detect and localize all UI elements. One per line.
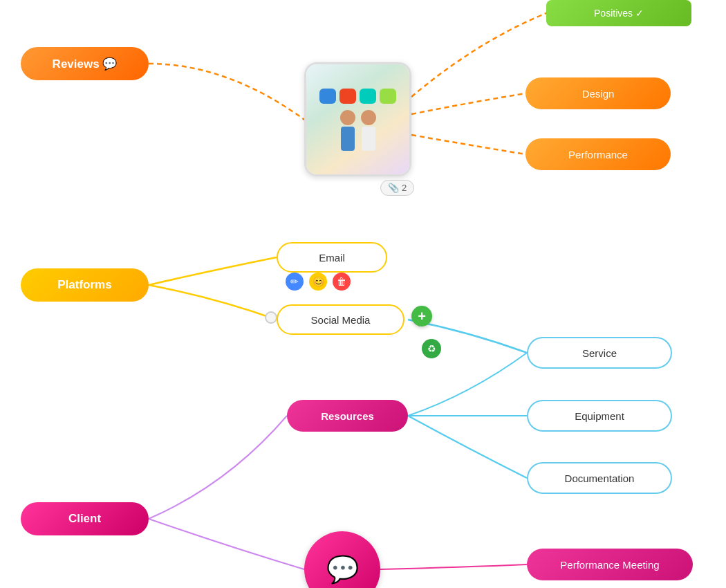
image-placeholder	[306, 64, 409, 174]
node-performance-meeting[interactable]: Performance Meeting	[527, 549, 693, 580]
node-performance-top[interactable]: Performance	[525, 138, 671, 170]
node-service-label: Service	[582, 347, 617, 359]
center-image-node[interactable]	[304, 62, 411, 176]
add-node-button[interactable]: +	[411, 306, 432, 327]
person-body-1	[341, 127, 355, 151]
edit-button[interactable]: ✏	[286, 273, 304, 291]
node-platforms-label: Platforms	[57, 278, 111, 292]
chat-circle-node[interactable]: 💬	[304, 531, 380, 588]
emoji-button[interactable]: 😊	[309, 273, 327, 291]
node-design-label: Design	[582, 88, 615, 100]
node-positives[interactable]: Positives ✓	[546, 0, 691, 26]
node-documentation[interactable]: Documentation	[527, 462, 672, 494]
node-performance-meeting-label: Performance Meeting	[560, 559, 659, 571]
node-email-label: Email	[319, 252, 345, 264]
person-1	[340, 110, 355, 151]
node-reviews-label: Reviews 💬	[53, 57, 118, 71]
attachment-count: 2	[402, 183, 407, 193]
node-equipment[interactable]: Equipment	[527, 400, 672, 432]
node-design[interactable]: Design	[525, 77, 671, 109]
node-performance-top-label: Performance	[568, 149, 628, 160]
node-resources[interactable]: Resources	[287, 400, 408, 432]
person-head-1	[340, 110, 355, 125]
node-social-media[interactable]: Social Media	[277, 304, 404, 335]
bubble-red	[339, 89, 356, 104]
attachment-badge[interactable]: 📎 2	[380, 180, 414, 196]
bubble-green	[380, 89, 396, 104]
chat-icon: 💬	[326, 554, 359, 585]
node-equipment-label: Equipment	[575, 410, 624, 422]
node-reviews[interactable]: Reviews 💬	[21, 47, 149, 80]
node-resources-label: Resources	[321, 410, 374, 422]
node-platforms[interactable]: Platforms	[21, 268, 149, 302]
node-client-label: Client	[68, 512, 101, 526]
node-social-media-label: Social Media	[311, 314, 371, 326]
refresh-button[interactable]: ♻	[422, 339, 441, 358]
people-figure	[340, 110, 376, 151]
attachment-icon: 📎	[388, 183, 399, 193]
connector-dot	[265, 311, 277, 324]
person-2	[361, 110, 376, 151]
node-email[interactable]: Email	[277, 242, 387, 273]
node-client[interactable]: Client	[21, 502, 149, 535]
email-toolbar: ✏ 😊 🗑	[286, 273, 351, 291]
delete-button[interactable]: 🗑	[333, 273, 351, 291]
node-documentation-label: Documentation	[565, 472, 635, 484]
person-body-2	[362, 127, 375, 151]
mind-map-canvas: Positives ✓ Reviews 💬	[0, 0, 726, 588]
bubble-blue	[319, 89, 336, 104]
speech-bubbles	[319, 89, 396, 104]
person-head-2	[361, 110, 376, 125]
node-positives-label: Positives ✓	[594, 8, 644, 19]
node-service[interactable]: Service	[527, 337, 672, 369]
bubble-teal	[360, 89, 376, 104]
